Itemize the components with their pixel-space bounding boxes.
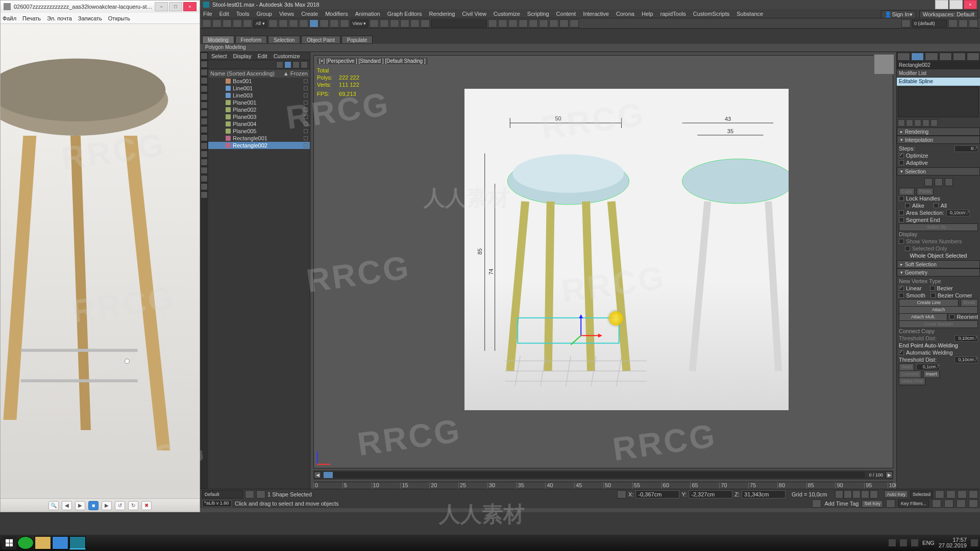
curve-editor-button[interactable]	[519, 19, 528, 28]
stack-editable-spline[interactable]: Editable Spline	[897, 78, 980, 86]
pivot-button[interactable]	[370, 19, 379, 28]
viewcube[interactable]	[874, 54, 894, 74]
rotate-button[interactable]	[320, 19, 329, 28]
segend-checkbox[interactable]	[899, 217, 904, 222]
stack-show-icon[interactable]	[906, 119, 913, 127]
viewer-close-button[interactable]: ×	[183, 2, 197, 11]
modifier-list[interactable]: Modifier List	[897, 69, 980, 78]
task-app1[interactable]	[52, 536, 68, 549]
align-button[interactable]	[498, 19, 507, 28]
makefirst-button[interactable]: Make First	[899, 378, 925, 385]
timetag-icon[interactable]	[812, 499, 821, 508]
redo-button[interactable]	[212, 19, 222, 28]
viewport[interactable]: [+] [Perspective ] [Standard ] [Default …	[313, 55, 893, 468]
undo-button[interactable]	[202, 19, 211, 28]
window-crossing-button[interactable]	[299, 19, 308, 28]
se-filter-15-icon[interactable]	[201, 167, 208, 174]
tray-net-icon[interactable]	[900, 539, 907, 546]
adaptive-checkbox[interactable]	[899, 160, 904, 165]
ribbon-subpanel[interactable]: Polygon Modeling	[200, 44, 980, 52]
createline-button[interactable]: Create Line	[899, 299, 959, 307]
stack-config-icon[interactable]	[930, 119, 938, 127]
menu-views[interactable]: Views	[279, 11, 294, 17]
viewer-menu-print[interactable]: Печать	[22, 15, 41, 21]
se-menu-display[interactable]: Display	[233, 53, 252, 59]
tl-next-icon[interactable]: ▶	[886, 471, 893, 479]
key-filter-select[interactable]: Selected	[910, 490, 933, 498]
manip-button[interactable]	[380, 19, 389, 28]
menu-customize[interactable]: Customize	[494, 11, 520, 17]
cmd-tab-modify[interactable]	[911, 53, 924, 61]
connect-button[interactable]: Connect	[899, 370, 921, 378]
se-row-box001[interactable]: Box001	[208, 78, 310, 85]
se-row-plane003[interactable]: Plane003	[208, 113, 310, 120]
spinner-snap-button[interactable]	[421, 19, 430, 28]
se-search-clear-icon[interactable]	[276, 61, 283, 68]
render-button[interactable]	[570, 19, 579, 28]
menu-corona[interactable]: Corona	[616, 11, 634, 17]
nvt-bezier-radio[interactable]	[930, 286, 935, 291]
stack-remove-icon[interactable]	[922, 119, 929, 127]
material-slot[interactable]: Default	[202, 490, 243, 498]
rollout-rendering[interactable]: Rendering	[897, 128, 980, 136]
area-spinner[interactable]: 0,10cm	[946, 210, 970, 216]
paste-button[interactable]: Paste	[917, 188, 934, 195]
nav2-3-icon[interactable]	[957, 499, 966, 508]
menu-animation[interactable]: Animation	[355, 11, 380, 17]
nav-pan-icon[interactable]	[935, 490, 944, 498]
bind-button[interactable]	[243, 19, 252, 28]
viewer-max-button[interactable]: □	[169, 2, 182, 11]
lockhandles-checkbox[interactable]	[899, 196, 904, 201]
se-filter-cam-icon[interactable]	[201, 77, 208, 84]
nvt-bezcorn-radio[interactable]	[930, 293, 936, 298]
se-filter-13-icon[interactable]	[201, 151, 208, 158]
strip-zoom-btn[interactable]: 🔍	[48, 501, 59, 510]
max-close-button[interactable]: ×	[964, 0, 977, 9]
stack-pin-icon[interactable]	[898, 119, 905, 127]
coord-x[interactable]: -0,367cm	[635, 490, 679, 498]
crosssect-button[interactable]: Cross Section	[899, 320, 978, 328]
menu-customscripts[interactable]: CustomScripts	[693, 11, 730, 17]
subobj-spline-icon[interactable]	[945, 178, 953, 186]
layers-button[interactable]	[508, 19, 518, 28]
menu-help[interactable]: Help	[642, 11, 653, 17]
time-ruler[interactable]: 0 5 10 15 20 25 30 35 40 45 50 55 60 65 …	[313, 482, 893, 489]
attach-button[interactable]: Attach	[899, 306, 978, 314]
viewport-label[interactable]: [+] [Perspective ] [Standard ] [Default …	[317, 58, 428, 64]
signin-button[interactable]: 👤 Sign In ▾	[881, 10, 916, 18]
se-row-rect001[interactable]: Rectangle001	[208, 135, 310, 142]
modifier-stack[interactable]	[898, 87, 979, 117]
iso-button[interactable]	[901, 19, 911, 28]
strip-prev-btn[interactable]: ◀	[62, 501, 72, 510]
nvt-linear-radio[interactable]	[899, 286, 904, 291]
rollout-geometry[interactable]: Geometry	[897, 268, 980, 277]
optimize-checkbox[interactable]	[899, 153, 904, 158]
menu-file[interactable]: File	[203, 11, 212, 17]
se-menu-customize[interactable]: Customize	[274, 53, 300, 59]
play-icon[interactable]	[852, 490, 861, 498]
se-filter-shape-icon[interactable]	[201, 61, 208, 68]
snap-button[interactable]	[390, 19, 399, 28]
task-chrome[interactable]	[17, 536, 34, 549]
se-row-plane001[interactable]: Plane001	[208, 99, 310, 106]
insert-button[interactable]: Insert	[923, 370, 940, 378]
se-row-plane002[interactable]: Plane002	[208, 106, 310, 113]
steps-spinner[interactable]: 6	[954, 145, 978, 152]
rollout-selection[interactable]: Selection	[897, 167, 980, 176]
autoweld-checkbox[interactable]	[899, 350, 904, 355]
weld-button[interactable]: Weld	[899, 363, 914, 371]
se-filter-container-icon[interactable]	[201, 110, 208, 117]
menu-edit[interactable]: Edit	[219, 11, 229, 17]
se-header[interactable]: Name (Sorted Ascending) ▲ Frozen	[208, 69, 310, 78]
iso-dropdown[interactable]: 0 (default)	[912, 19, 947, 28]
move-button[interactable]	[309, 19, 318, 28]
strip-play-btn[interactable]: ▶	[75, 501, 85, 510]
goto-end-icon[interactable]	[870, 490, 878, 498]
tl-prev-icon[interactable]: ◀	[314, 471, 321, 479]
render-frame-button[interactable]	[559, 19, 569, 28]
subobj-vertex-icon[interactable]	[924, 178, 933, 186]
se-view-icon[interactable]	[292, 61, 300, 68]
max-max-button[interactable]: □	[949, 0, 963, 9]
menu-tools[interactable]: Tools	[236, 11, 250, 17]
timetag-label[interactable]: Add Time Tag	[824, 500, 859, 507]
